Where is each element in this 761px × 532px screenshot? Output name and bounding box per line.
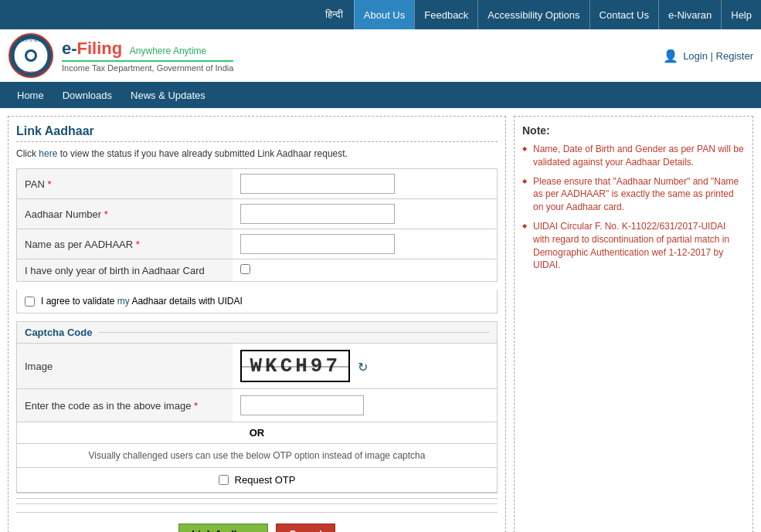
name-label-cell: Name as per AADHAAR *	[17, 229, 233, 259]
captcha-image-cell: WKCH97 ↻	[233, 344, 497, 389]
click-prefix: Click	[16, 148, 39, 159]
site-title: e-Filing Anywhere Anytime Income Tax Dep…	[62, 39, 233, 73]
note-list: Name, Date of Birth and Gender as per PA…	[522, 143, 745, 272]
page-content: Link Aadhaar Click here to view the stat…	[0, 108, 761, 532]
note-title: Note:	[522, 124, 745, 137]
captcha-enter-label: Enter the code as in the above image	[25, 400, 191, 412]
accessibility-link[interactable]: Accessibility Options	[477, 0, 589, 29]
year-only-label-cell: I have only year of birth in Aadhaar Car…	[17, 259, 233, 282]
efiling-e: e-	[62, 39, 77, 58]
e-nivaran-link[interactable]: e-Nivaran	[658, 0, 721, 29]
login-link[interactable]: Login	[683, 50, 708, 62]
efiling-tagline: Anywhere Anytime	[130, 46, 206, 56]
captcha-required: *	[194, 400, 198, 412]
separator: |	[711, 50, 716, 62]
secondary-navigation: Home Downloads News & Updates	[0, 82, 761, 108]
page-title: Link Aadhaar	[16, 124, 498, 142]
request-otp-checkbox[interactable]	[219, 475, 229, 485]
captcha-image: WKCH97	[240, 350, 350, 382]
year-only-checkbox-cell	[233, 259, 497, 282]
note-item-1: Name, Date of Birth and Gender as per PA…	[522, 143, 745, 169]
captcha-section: Captcha Code Image WKCH97 ↻ Enter the co…	[16, 321, 498, 493]
click-here-link[interactable]: here	[39, 148, 57, 159]
svg-text:GOVT OF INDIA: GOVT OF INDIA	[21, 39, 42, 42]
form-divider-1	[16, 498, 498, 499]
top-navigation: हिन्दी About Us Feedback Accessibility O…	[0, 0, 761, 29]
efiling-subtitle: Income Tax Department, Government of Ind…	[62, 60, 233, 73]
efiling-word: Filing	[77, 39, 123, 58]
link-aadhaar-button[interactable]: Link Aadhaar	[178, 524, 268, 532]
captcha-input[interactable]	[240, 395, 364, 415]
captcha-title: Captcha Code	[17, 322, 497, 344]
click-here-message: Click here to view the status if you hav…	[16, 148, 498, 159]
aadhaar-input[interactable]	[240, 204, 395, 224]
header-right: 👤 Login | Register	[663, 49, 753, 63]
consent-text-label: I agree to validate my Aadhaar details w…	[41, 296, 243, 307]
captcha-input-label-cell: Enter the code as in the above image *	[17, 389, 233, 422]
consent-my-link[interactable]: my	[117, 296, 130, 307]
aadhaar-required: *	[104, 208, 108, 220]
pan-label-cell: PAN *	[17, 169, 233, 199]
news-nav-link[interactable]: News & Updates	[121, 82, 215, 108]
emblem-logo: INCOME TAX DEPT GOVT OF INDIA	[8, 32, 54, 79]
contact-us-link[interactable]: Contact Us	[589, 0, 658, 29]
note-item-3: UIDAI Circular F. No. K-11022/631/2017-U…	[522, 220, 745, 272]
login-register: Login | Register	[683, 50, 753, 62]
action-button-row: Link Aadhaar Cancel	[16, 512, 498, 532]
otp-description: Visually challenged users can use the be…	[17, 444, 497, 468]
main-form-area: Link Aadhaar Click here to view the stat…	[8, 116, 506, 532]
captcha-table: Image WKCH97 ↻ Enter the code as in the …	[17, 344, 497, 422]
pan-input[interactable]	[240, 174, 395, 194]
hindi-link[interactable]: हिन्दी	[314, 0, 354, 29]
pan-label: PAN	[25, 178, 45, 190]
svg-text:INCOME TAX DEPT: INCOME TAX DEPT	[17, 70, 46, 74]
captcha-image-row: Image WKCH97 ↻	[17, 344, 497, 389]
name-input-cell	[233, 229, 497, 259]
name-row: Name as per AADHAAR *	[17, 229, 498, 259]
home-nav-link[interactable]: Home	[8, 82, 53, 108]
user-icon: 👤	[663, 49, 678, 63]
year-only-row: I have only year of birth in Aadhaar Car…	[17, 259, 498, 282]
captcha-image-label: Image	[25, 361, 53, 372]
downloads-nav-link[interactable]: Downloads	[53, 82, 121, 108]
main-form-table: PAN * Aadhaar Number * Name as per AAD	[16, 168, 498, 282]
about-us-link[interactable]: About Us	[354, 0, 414, 29]
help-link[interactable]: Help	[721, 0, 761, 29]
note-item-2: Please ensure that "Aadhaar Number" and …	[522, 175, 745, 214]
click-suffix: to view the status if you have already s…	[57, 148, 348, 159]
pan-required: *	[47, 178, 51, 190]
captcha-input-row: Enter the code as in the above image *	[17, 389, 497, 422]
site-header: INCOME TAX DEPT GOVT OF INDIA e-Filing A…	[0, 29, 761, 82]
aadhaar-label: Aadhaar Number	[25, 208, 101, 220]
year-only-label: I have only year of birth in Aadhaar Car…	[25, 265, 205, 276]
aadhaar-input-cell	[233, 199, 497, 229]
cancel-button[interactable]: Cancel	[276, 524, 335, 532]
consent-checkbox[interactable]	[25, 296, 35, 307]
pan-input-cell	[233, 169, 497, 199]
consent-row: I agree to validate my Aadhaar details w…	[16, 290, 498, 313]
aadhaar-row: Aadhaar Number *	[17, 199, 498, 229]
name-required: *	[136, 239, 140, 250]
note-panel: Note: Name, Date of Birth and Gender as …	[514, 116, 753, 532]
refresh-captcha-icon[interactable]: ↻	[358, 361, 368, 374]
pan-row: PAN *	[17, 169, 498, 199]
year-only-checkbox[interactable]	[240, 264, 250, 274]
request-otp-row: Request OTP	[17, 468, 497, 493]
register-link[interactable]: Register	[716, 50, 753, 62]
feedback-link[interactable]: Feedback	[414, 0, 477, 29]
captcha-input-cell	[233, 389, 497, 422]
aadhaar-label-cell: Aadhaar Number *	[17, 199, 233, 229]
svg-point-3	[27, 52, 35, 59]
or-divider: OR	[17, 422, 497, 444]
captcha-image-label-cell: Image	[17, 344, 233, 389]
form-divider-2	[16, 503, 498, 504]
header-left: INCOME TAX DEPT GOVT OF INDIA e-Filing A…	[8, 32, 233, 79]
name-label: Name as per AADHAAR	[25, 239, 133, 250]
request-otp-label: Request OTP	[235, 474, 296, 486]
name-input[interactable]	[240, 234, 395, 254]
